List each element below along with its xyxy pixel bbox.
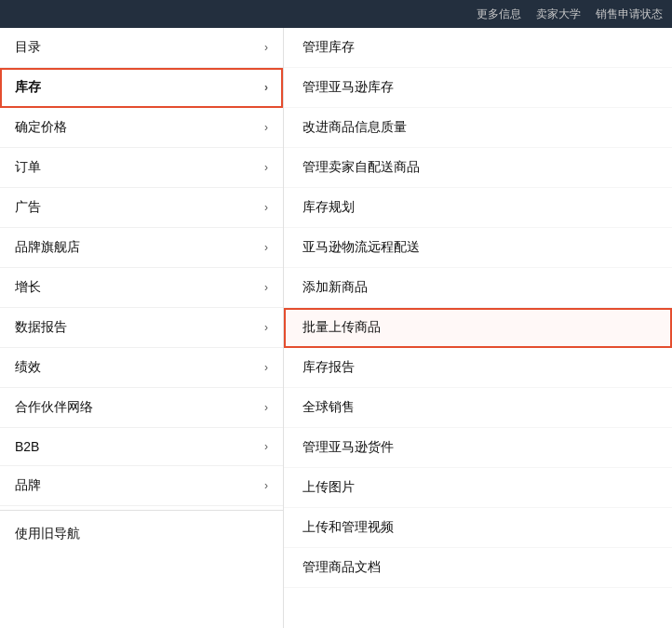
sidebar-items-container: 目录›库存›确定价格›订单›广告›品牌旗舰店›增长›数据报告›绩效›合作伙伴网络… xyxy=(0,28,283,506)
sidebar-item-label-catalog: 目录 xyxy=(15,39,264,56)
sidebar-item-label-partners: 合作伙伴网络 xyxy=(15,399,264,416)
submenu: 管理库存管理亚马逊库存改进商品信息质量管理卖家自配送商品库存规划亚马逊物流远程配… xyxy=(284,28,672,628)
top-bar-link-1[interactable]: 卖家大学 xyxy=(536,7,581,22)
submenu-item-add-new-product[interactable]: 添加新商品 xyxy=(284,268,672,308)
sidebar-item-pricing[interactable]: 确定价格› xyxy=(0,108,283,148)
chevron-right-icon: › xyxy=(264,201,268,214)
submenu-items-container: 管理库存管理亚马逊库存改进商品信息质量管理卖家自配送商品库存规划亚马逊物流远程配… xyxy=(284,28,672,588)
chevron-right-icon: › xyxy=(264,440,268,453)
top-bar: 更多信息卖家大学销售申请状态 xyxy=(0,0,672,28)
chevron-right-icon: › xyxy=(264,281,268,294)
chevron-right-icon: › xyxy=(264,241,268,254)
submenu-item-amazon-remote-delivery[interactable]: 亚马逊物流远程配送 xyxy=(284,228,672,268)
chevron-right-icon: › xyxy=(264,41,268,54)
sidebar-item-label-ads: 广告 xyxy=(15,199,264,216)
sidebar-item-old-nav[interactable]: 使用旧导航 xyxy=(0,514,283,554)
submenu-item-global-sales[interactable]: 全球销售 xyxy=(284,388,672,428)
sidebar-item-b2b[interactable]: B2B› xyxy=(0,428,283,466)
sidebar-item-label-pricing: 确定价格 xyxy=(15,119,264,136)
submenu-item-manage-seller-shipping[interactable]: 管理卖家自配送商品 xyxy=(284,148,672,188)
sidebar-item-label-brand-store: 品牌旗舰店 xyxy=(15,239,264,256)
submenu-item-manage-documents[interactable]: 管理商品文档 xyxy=(284,548,672,588)
top-bar-links: 更多信息卖家大学销售申请状态 xyxy=(477,7,663,22)
sidebar-item-label-orders: 订单 xyxy=(15,159,264,176)
submenu-item-manage-amazon-freight[interactable]: 管理亚马逊货件 xyxy=(284,428,672,468)
sidebar-item-catalog[interactable]: 目录› xyxy=(0,28,283,68)
sidebar-item-growth[interactable]: 增长› xyxy=(0,268,283,308)
sidebar-item-reports[interactable]: 数据报告› xyxy=(0,308,283,348)
divider xyxy=(0,510,283,511)
chevron-right-icon: › xyxy=(264,401,268,414)
chevron-right-icon: › xyxy=(264,121,268,134)
submenu-item-manage-amazon-inventory[interactable]: 管理亚马逊库存 xyxy=(284,68,672,108)
chevron-right-icon: › xyxy=(264,361,268,374)
chevron-right-icon: › xyxy=(264,321,268,334)
sidebar-item-label-performance: 绩效 xyxy=(15,359,264,376)
main-layout: 目录›库存›确定价格›订单›广告›品牌旗舰店›增长›数据报告›绩效›合作伙伴网络… xyxy=(0,28,672,628)
chevron-right-icon: › xyxy=(264,479,268,492)
sidebar: 目录›库存›确定价格›订单›广告›品牌旗舰店›增长›数据报告›绩效›合作伙伴网络… xyxy=(0,28,284,628)
submenu-item-manage-inventory[interactable]: 管理库存 xyxy=(284,28,672,68)
top-bar-link-2[interactable]: 销售申请状态 xyxy=(596,7,663,22)
sidebar-item-ads[interactable]: 广告› xyxy=(0,188,283,228)
submenu-item-inventory-report[interactable]: 库存报告 xyxy=(284,348,672,388)
chevron-right-icon: › xyxy=(264,161,268,174)
sidebar-item-brand-store[interactable]: 品牌旗舰店› xyxy=(0,228,283,268)
submenu-item-upload-manage-videos[interactable]: 上传和管理视频 xyxy=(284,508,672,548)
submenu-item-upload-images[interactable]: 上传图片 xyxy=(284,468,672,508)
sidebar-item-brand[interactable]: 品牌› xyxy=(0,466,283,506)
sidebar-item-partners[interactable]: 合作伙伴网络› xyxy=(0,388,283,428)
sidebar-item-orders[interactable]: 订单› xyxy=(0,148,283,188)
sidebar-item-label-reports: 数据报告 xyxy=(15,319,264,336)
sidebar-item-performance[interactable]: 绩效› xyxy=(0,348,283,388)
chevron-right-icon: › xyxy=(264,81,268,94)
sidebar-item-label-brand: 品牌 xyxy=(15,477,264,494)
submenu-item-inventory-planning[interactable]: 库存规划 xyxy=(284,188,672,228)
top-bar-link-0[interactable]: 更多信息 xyxy=(477,7,521,22)
sidebar-item-label-growth: 增长 xyxy=(15,279,264,296)
sidebar-item-inventory[interactable]: 库存› xyxy=(0,68,283,108)
sidebar-item-label-inventory: 库存 xyxy=(15,79,264,96)
submenu-item-bulk-upload[interactable]: 批量上传商品 xyxy=(284,308,672,348)
sidebar-item-old-nav-label: 使用旧导航 xyxy=(15,526,80,542)
sidebar-item-label-b2b: B2B xyxy=(15,439,264,454)
submenu-item-improve-quality[interactable]: 改进商品信息质量 xyxy=(284,108,672,148)
